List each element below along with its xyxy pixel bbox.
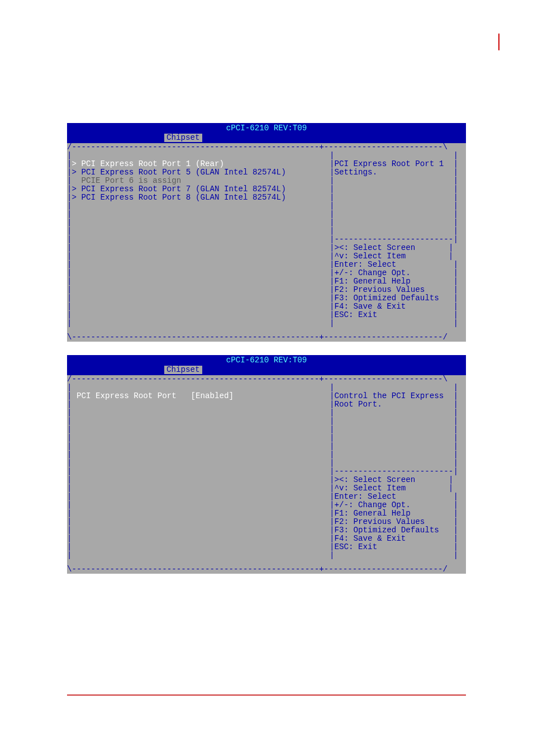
bios-body: | |> PCI Express Root Port 1 (Rear) |> P… xyxy=(67,152,466,333)
help-key-f3: |F3: Optimized Defaults | xyxy=(330,294,466,303)
menu-item-port6: | PCIE Port 6 is assign xyxy=(67,177,330,185)
tab-bar: Chipset xyxy=(67,366,466,375)
help-desc-line1: |PCI Express Root Port 1 | xyxy=(330,160,466,168)
help-key-esc: |ESC: Exit | xyxy=(330,311,466,319)
help-key-f1: |F1: General Help | xyxy=(330,509,466,518)
tab-chipset[interactable]: Chipset xyxy=(164,366,202,374)
bios-title: cPCI-6210 REV:T09 xyxy=(67,123,466,134)
menu-item-port7[interactable]: |> PCI Express Root Port 7 (GLAN Intel 8… xyxy=(67,185,330,193)
menu-pane: | | PCI Express Root Port [Enabled] | | … xyxy=(67,384,330,565)
help-key-esc: |ESC: Exit | xyxy=(330,543,466,551)
tab-bar: Chipset xyxy=(67,134,466,143)
border-bottom: \---------------------------------------… xyxy=(67,565,466,574)
help-key-screen: |><: Select Screen | xyxy=(330,244,466,252)
bios-screen-1: cPCI-6210 REV:T09 Chipset /-------------… xyxy=(67,123,466,341)
help-desc-line1: |Control the PCI Express | xyxy=(330,392,466,400)
help-key-f1: |F1: General Help | xyxy=(330,277,466,286)
tab-chipset[interactable]: Chipset xyxy=(164,134,202,142)
menu-item-port5[interactable]: |> PCI Express Root Port 5 (GLAN Intel 8… xyxy=(67,168,330,177)
divider-line xyxy=(67,694,466,696)
help-desc-line2: |Root Port. | xyxy=(330,400,466,409)
help-key-f4: |F4: Save & Exit | xyxy=(330,303,466,311)
bios-footer: Version 2.10.1208. Copyright (C) 2010 Am… xyxy=(67,574,466,584)
help-key-screen: |><: Select Screen | xyxy=(330,476,466,484)
border-top: /---------------------------------------… xyxy=(67,143,466,152)
help-key-f4: |F4: Save & Exit | xyxy=(330,535,466,543)
text-cursor xyxy=(498,34,499,50)
menu-item-port8[interactable]: |> PCI Express Root Port 8 (GLAN Intel 8… xyxy=(67,193,330,202)
help-pane: | | |Control the PCI Express | |Root Por… xyxy=(330,384,466,565)
border-top: /---------------------------------------… xyxy=(67,375,466,384)
setting-pci-root-port[interactable]: | PCI Express Root Port [Enabled] xyxy=(67,392,330,400)
help-key-item: |^v: Select Item | xyxy=(330,484,466,493)
help-key-f2: |F2: Previous Values | xyxy=(330,518,466,526)
help-key-f2: |F2: Previous Values | xyxy=(330,286,466,294)
help-pane: | | |PCI Express Root Port 1 | |Settings… xyxy=(330,152,466,333)
help-key-f3: |F3: Optimized Defaults | xyxy=(330,526,466,535)
help-key-enter: |Enter: Select | xyxy=(330,261,466,269)
border-bottom: \---------------------------------------… xyxy=(67,333,466,342)
bios-body: | | PCI Express Root Port [Enabled] | | … xyxy=(67,384,466,565)
help-key-change: |+/-: Change Opt. | xyxy=(330,269,466,277)
bios-footer: Version 2.10.1208. Copyright (C) 2010 Am… xyxy=(67,342,466,352)
menu-item-port1[interactable]: |> PCI Express Root Port 1 (Rear) xyxy=(67,160,330,168)
menu-pane: | |> PCI Express Root Port 1 (Rear) |> P… xyxy=(67,152,330,333)
bios-screen-2: cPCI-6210 REV:T09 Chipset /-------------… xyxy=(67,355,466,573)
bios-title: cPCI-6210 REV:T09 xyxy=(67,355,466,366)
help-key-change: |+/-: Change Opt. | xyxy=(330,501,466,509)
help-desc-line2: |Settings. | xyxy=(330,168,466,177)
help-key-enter: |Enter: Select | xyxy=(330,493,466,501)
help-key-item: |^v: Select Item | xyxy=(330,252,466,261)
